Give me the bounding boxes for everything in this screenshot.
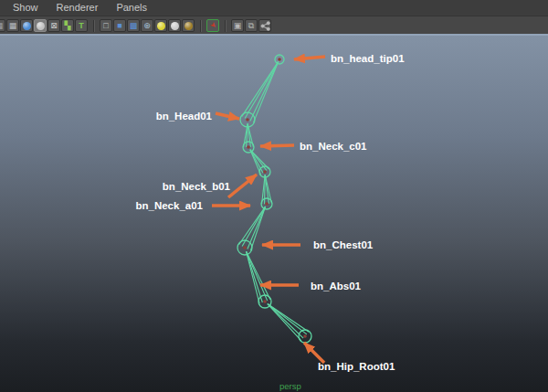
light-gold-icon-ball: [184, 22, 193, 30]
gamma-squares-icon[interactable]: ⧉: [245, 19, 258, 32]
textured-cube-icon[interactable]: ▩: [127, 19, 140, 32]
camera-ball-gray-icon-ball: [37, 22, 45, 30]
menu-show[interactable]: Show: [4, 0, 47, 16]
annotation-label-bn_Neck_a01: bn_Neck_a01: [135, 200, 203, 211]
skeleton-bones: [239, 61, 310, 340]
image-plane-icon-glyph: ⊠: [50, 22, 58, 30]
bone-bn_Neck_b01-bn_Neck_c01: [250, 150, 267, 171]
skeleton-joints: [237, 55, 311, 343]
grease-pencil-t-icon-glyph: T: [79, 22, 84, 30]
joint-center-bn_Neck_b01: [263, 170, 267, 174]
bone-bn_Head01-bn_head_tip01: [250, 61, 279, 121]
film-grid-icon-glyph: ▦: [9, 22, 17, 30]
share-icon[interactable]: [258, 19, 271, 32]
joint-center-bn_Neck_a01: [265, 202, 269, 206]
menu-bar: ShowRendererPanels: [0, 0, 548, 16]
gamma-squares-icon-glyph: ⧉: [248, 22, 254, 30]
toolbar-separator: [225, 20, 227, 32]
joint-center-bn_Chest01: [243, 246, 247, 249]
pan-zoom-checker-icon[interactable]: ▚: [61, 19, 74, 32]
annotation-arrow-bn_Neck_c01: [260, 145, 294, 146]
joint-center-bn_Hip_Root01: [303, 334, 307, 338]
panel-toolbar: ▦▦⊠▚T□■▩⊛➤▣⧉: [0, 16, 548, 35]
annotation-label-bn_Hip_Root01: bn_Hip_Root01: [318, 361, 395, 372]
joint-center-bn_Neck_c01: [247, 145, 250, 149]
material-shutter-ball-icon-glyph: ⊛: [143, 22, 151, 30]
bone-bn_Head01-bn_head_tip01: [245, 61, 279, 118]
light-white-icon[interactable]: [168, 19, 181, 32]
viewport-panel[interactable]: bn_head_tip01bn_Head01bn_Neck_c01bn_Neck…: [0, 34, 548, 392]
camera-ball-gray-icon[interactable]: [34, 19, 47, 32]
toolbar-separator: [93, 20, 95, 32]
textured-cube-icon-glyph: ▩: [130, 22, 138, 30]
shaded-cube-icon-glyph: ■: [117, 22, 121, 30]
joint-center-bn_head_tip01: [278, 58, 281, 61]
edge-clipped-icon[interactable]: ▦: [0, 19, 5, 32]
joint-center-bn_Head01: [246, 118, 249, 122]
annotation-label-bn_Neck_c01: bn_Neck_c01: [300, 141, 367, 152]
light-gold-icon[interactable]: [182, 19, 195, 32]
exposure-cube-icon-glyph: ▣: [234, 22, 242, 30]
bone-bn_Head01-bn_head_tip01: [253, 61, 278, 122]
scene-canvas[interactable]: bn_head_tip01bn_Head01bn_Neck_c01bn_Neck…: [0, 36, 548, 392]
menu-panels[interactable]: Panels: [107, 0, 156, 16]
annotation-label-bn_Head01: bn_Head01: [156, 111, 213, 122]
annotation-label-bn_head_tip01: bn_head_tip01: [331, 53, 405, 64]
material-shutter-ball-icon[interactable]: ⊛: [141, 19, 153, 32]
bone-bn_Head01-bn_head_tip01: [242, 61, 279, 116]
camera-name-label: persp: [279, 381, 301, 391]
bone-bn_Hip_Root01-bn_Abs01: [268, 304, 301, 341]
image-plane-icon[interactable]: ⊠: [47, 19, 60, 32]
annotation-arrow-bn_Hip_Root01: [304, 343, 324, 363]
toolbar-separator: [200, 20, 202, 32]
bone-bn_Hip_Root01-bn_Abs01: [268, 304, 307, 334]
isolate-select-icon[interactable]: ➤: [206, 19, 219, 32]
camera-ball-blue-icon[interactable]: [20, 19, 33, 32]
annotation-arrow-bn_Neck_b01: [228, 175, 257, 197]
menu-renderer[interactable]: Renderer: [47, 0, 108, 16]
annotation-label-bn_Chest01: bn_Chest01: [313, 239, 374, 250]
edge-clipped-icon-glyph: ▦: [0, 22, 3, 30]
joint-center-bn_Abs01: [263, 300, 267, 303]
share-icon-glyph: [260, 21, 270, 31]
pan-zoom-checker-icon-glyph: ▚: [65, 22, 71, 30]
light-yellow-icon-ball: [157, 22, 165, 30]
film-grid-icon[interactable]: ▦: [6, 19, 19, 32]
grease-pencil-t-icon[interactable]: T: [75, 19, 88, 32]
maya-viewport-window: ShowRendererPanels ▦▦⊠▚T□■▩⊛➤▣⧉ bn_head_…: [0, 0, 548, 392]
annotation-label-bn_Abs01: bn_Abs01: [311, 281, 362, 291]
annotations: bn_head_tip01bn_Head01bn_Neck_c01bn_Neck…: [135, 53, 405, 372]
shaded-cube-icon[interactable]: ■: [113, 19, 126, 32]
annotation-arrow-bn_head_tip01: [294, 57, 325, 59]
annotation-label-bn_Neck_b01: bn_Neck_b01: [163, 181, 231, 192]
wireframe-cube-icon-glyph: □: [103, 22, 108, 30]
wireframe-cube-icon[interactable]: □: [100, 19, 112, 32]
annotation-arrow-bn_Head01: [216, 113, 239, 119]
exposure-cube-icon[interactable]: ▣: [231, 19, 244, 32]
light-yellow-icon[interactable]: [154, 19, 167, 32]
isolate-select-icon-glyph: ➤: [208, 21, 217, 30]
camera-ball-blue-icon-ball: [23, 22, 31, 30]
light-white-icon-ball: [171, 22, 179, 30]
